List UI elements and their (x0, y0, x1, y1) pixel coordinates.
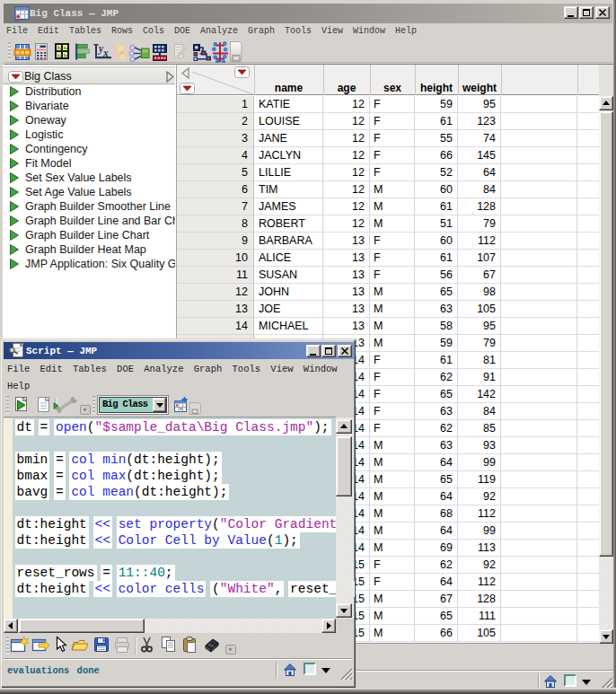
svg-text:x: x (102, 48, 109, 58)
